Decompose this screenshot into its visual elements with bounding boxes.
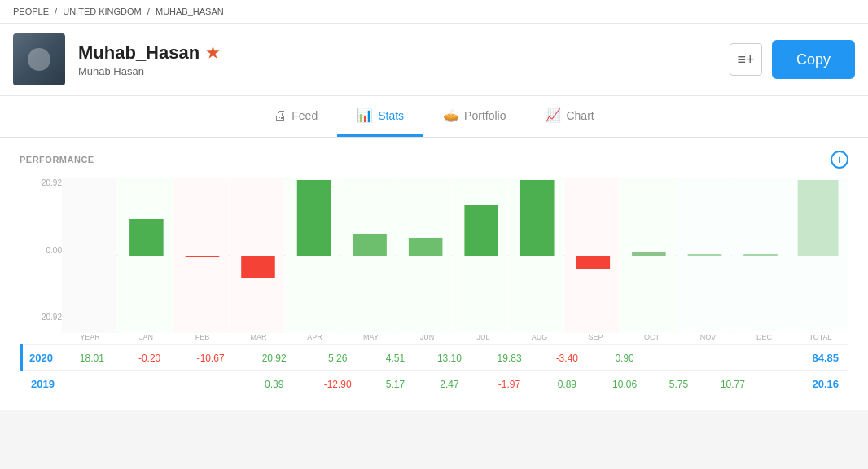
svg-rect-23 bbox=[632, 252, 666, 256]
tab-chart[interactable]: 📈 Chart bbox=[525, 96, 613, 137]
jun-cell: 5.17 bbox=[371, 371, 419, 397]
x-nov: NOV bbox=[680, 333, 736, 341]
total-cell: 84.85 bbox=[763, 345, 848, 371]
svg-rect-19 bbox=[520, 180, 555, 256]
breadcrumb-user: MUHAB_HASAN bbox=[156, 7, 224, 16]
svg-rect-7 bbox=[186, 256, 220, 257]
y-axis: 20.92 0.00 -20.92 bbox=[20, 178, 62, 341]
svg-rect-5 bbox=[129, 219, 164, 256]
feb-cell: -0.20 bbox=[122, 345, 178, 371]
stats-icon: 📊 bbox=[357, 107, 373, 123]
apr-cell: 0.39 bbox=[244, 371, 305, 397]
add-button[interactable]: ≡+ bbox=[730, 43, 762, 76]
may-cell: 5.26 bbox=[305, 345, 371, 371]
nov-cell: 5.75 bbox=[655, 371, 703, 397]
breadcrumb-sep1: / bbox=[55, 7, 57, 16]
x-apr: APR bbox=[287, 333, 343, 341]
mar-cell: -10.67 bbox=[178, 345, 244, 371]
info-icon[interactable]: i bbox=[831, 151, 848, 169]
profile-name: Muhab_Hasan ★ bbox=[78, 42, 730, 64]
oct-cell: 10.06 bbox=[594, 371, 655, 397]
table-row-highlighted: 202018.01-0.20-10.6720.925.264.5113.1019… bbox=[21, 345, 848, 371]
breadcrumb-people[interactable]: PEOPLE bbox=[13, 7, 49, 16]
jan-cell bbox=[62, 371, 122, 397]
tab-stats[interactable]: 📊 Stats bbox=[337, 96, 423, 137]
svg-rect-29 bbox=[798, 180, 839, 256]
header-actions: ≡+ Copy bbox=[730, 40, 855, 79]
oct-cell: 0.90 bbox=[594, 345, 655, 371]
x-jun: JUN bbox=[399, 333, 455, 341]
y-mid: 0.00 bbox=[20, 246, 62, 255]
tab-stats-label: Stats bbox=[378, 109, 404, 122]
jul-cell: 13.10 bbox=[419, 345, 480, 371]
x-aug: AUG bbox=[511, 333, 568, 341]
aug-cell: 19.83 bbox=[480, 345, 540, 371]
aug-cell: -1.97 bbox=[480, 371, 540, 397]
username: Muhab_Hasan bbox=[78, 42, 199, 64]
x-mar: MAR bbox=[230, 333, 287, 341]
tab-feed-label: Feed bbox=[292, 109, 318, 122]
bar-chart-area: 20.92 0.00 -20.92 bbox=[20, 178, 848, 341]
x-jul: JUL bbox=[455, 333, 511, 341]
chart-title: PERFORMANCE bbox=[20, 155, 94, 164]
tabs: 🖨 Feed 📊 Stats 🥧 Portfolio 📈 Chart bbox=[0, 96, 868, 138]
chart-main: YEAR JAN FEB MAR APR MAY JUN JUL AUG SEP… bbox=[62, 178, 848, 341]
profile-info: Muhab_Hasan ★ Muhab Hasan bbox=[78, 42, 730, 77]
x-dec: DEC bbox=[736, 333, 792, 341]
svg-rect-3 bbox=[62, 178, 117, 333]
year-cell[interactable]: 2019 bbox=[21, 371, 62, 397]
sep-cell: 0.89 bbox=[539, 371, 594, 397]
svg-rect-13 bbox=[353, 234, 387, 256]
tab-portfolio[interactable]: 🥧 Portfolio bbox=[423, 96, 525, 137]
main-content: PERFORMANCE i 20.92 0.00 -20.92 bbox=[0, 138, 868, 410]
avatar bbox=[13, 33, 65, 85]
year-cell[interactable]: 2020 bbox=[21, 345, 62, 371]
x-feb: FEB bbox=[174, 333, 230, 341]
jan-cell: 18.01 bbox=[62, 345, 122, 371]
table-row: 20190.39-12.905.172.47-1.970.8910.065.75… bbox=[21, 371, 848, 397]
jun-cell: 4.51 bbox=[371, 345, 419, 371]
add-icon: ≡+ bbox=[737, 51, 754, 68]
x-labels: YEAR JAN FEB MAR APR MAY JUN JUL AUG SEP… bbox=[62, 333, 848, 341]
profile-subname: Muhab Hasan bbox=[78, 65, 730, 77]
mar-cell bbox=[178, 371, 244, 397]
x-oct: OCT bbox=[624, 333, 680, 341]
svg-rect-25 bbox=[688, 254, 722, 256]
x-year: YEAR bbox=[62, 333, 118, 341]
x-jan: JAN bbox=[118, 333, 174, 341]
svg-rect-17 bbox=[464, 205, 498, 256]
tab-portfolio-label: Portfolio bbox=[464, 109, 506, 122]
star-icon[interactable]: ★ bbox=[206, 44, 219, 62]
feed-icon: 🖨 bbox=[274, 108, 287, 123]
bars-svg bbox=[62, 178, 848, 333]
breadcrumb-uk[interactable]: UNITED KINGDOM bbox=[63, 7, 142, 16]
total-cell: 20.16 bbox=[763, 371, 848, 397]
nov-cell bbox=[655, 345, 703, 371]
profile-header: Muhab_Hasan ★ Muhab Hasan ≡+ Copy bbox=[0, 24, 868, 96]
tab-feed[interactable]: 🖨 Feed bbox=[254, 96, 337, 137]
portfolio-icon: 🥧 bbox=[443, 107, 459, 123]
jul-cell: 2.47 bbox=[419, 371, 480, 397]
x-sep: SEP bbox=[568, 333, 624, 341]
breadcrumb: PEOPLE / UNITED KINGDOM / MUHAB_HASAN bbox=[0, 0, 868, 24]
svg-rect-9 bbox=[241, 256, 275, 278]
breadcrumb-sep2: / bbox=[147, 7, 150, 16]
dec-cell: 10.77 bbox=[703, 371, 763, 397]
svg-rect-15 bbox=[409, 238, 443, 256]
svg-rect-21 bbox=[576, 256, 611, 269]
x-total: TOTAL bbox=[792, 333, 848, 341]
chart-header: PERFORMANCE i bbox=[20, 151, 848, 169]
tab-chart-label: Chart bbox=[566, 109, 594, 122]
svg-rect-27 bbox=[743, 254, 778, 256]
chart-icon: 📈 bbox=[545, 107, 561, 123]
apr-cell: 20.92 bbox=[244, 345, 305, 371]
x-may: MAY bbox=[343, 333, 399, 341]
performance-table: 202018.01-0.20-10.6720.925.264.5113.1019… bbox=[20, 344, 848, 397]
copy-button[interactable]: Copy bbox=[772, 40, 855, 79]
feb-cell bbox=[122, 371, 178, 397]
y-bot: -20.92 bbox=[20, 313, 62, 322]
y-top: 20.92 bbox=[20, 178, 62, 187]
may-cell: -12.90 bbox=[305, 371, 371, 397]
dec-cell bbox=[703, 345, 763, 371]
svg-rect-11 bbox=[297, 180, 331, 256]
